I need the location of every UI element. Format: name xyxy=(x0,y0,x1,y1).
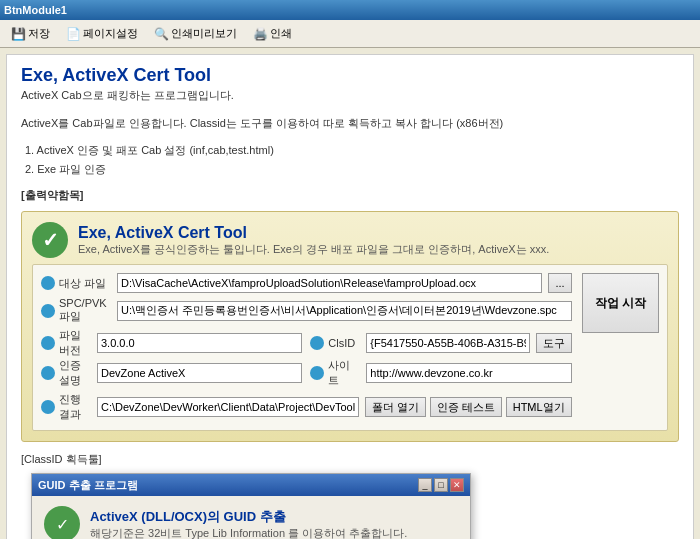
spc-pvk-row: SPC/PVK 파일 xyxy=(41,297,572,324)
dialog-title-text: GUID 추출 프로그램 xyxy=(38,478,138,493)
dialog-box: GUID 추출 프로그램 _ □ ✕ ✓ ActiveX (DLL/OCX)의 … xyxy=(31,473,471,539)
dialog-minimize-button[interactable]: _ xyxy=(418,478,432,492)
save-label: 저장 xyxy=(28,26,50,41)
title-bar: BtnModule1 xyxy=(0,0,700,20)
dialog-title-controls: _ □ ✕ xyxy=(418,478,464,492)
classid-section-label: [ClassID 획득툴] xyxy=(21,452,679,467)
step2: 2. Exe 파일 인증 xyxy=(25,160,679,180)
tool-panel-title: Exe, ActiveX Cert Tool xyxy=(78,224,549,242)
result-row: 진행결과 폴더 열기 인증 테스트 HTML열기 xyxy=(41,392,572,422)
clsid-icon xyxy=(310,336,324,350)
tool-panel-icon: ✓ xyxy=(32,222,68,258)
main-content: Exe, ActiveX Cert Tool ActiveX Cab으로 패킹하… xyxy=(6,54,694,539)
preview-icon: 🔍 xyxy=(154,27,168,41)
spc-pvk-input[interactable] xyxy=(117,301,572,321)
preview-label: 인쇄미리보기 xyxy=(171,26,237,41)
dialog-header-title: ActiveX (DLL/OCX)의 GUID 추출 xyxy=(90,508,407,526)
print-label: 인쇄 xyxy=(270,26,292,41)
target-file-browse-button[interactable]: ... xyxy=(548,273,571,293)
file-version-col: 파일 버전 xyxy=(41,328,302,358)
page-settings-button[interactable]: 📄 페이지설정 xyxy=(59,23,145,45)
dialog-header: ✓ ActiveX (DLL/OCX)의 GUID 추출 해당기준은 32비트 … xyxy=(44,506,458,539)
target-file-icon xyxy=(41,276,55,290)
target-file-input[interactable] xyxy=(117,273,542,293)
result-icon xyxy=(41,400,55,414)
start-button[interactable]: 작업 시작 xyxy=(582,273,659,333)
title-bar-text: BtnModule1 xyxy=(4,4,67,16)
main-form-fields: 대상 파일 ... SPC/PVK 파일 xyxy=(41,273,572,422)
dialog-content: ✓ ActiveX (DLL/OCX)의 GUID 추출 해당기준은 32비트 … xyxy=(32,496,470,539)
tool-panel: ✓ Exe, ActiveX Cert Tool Exe, ActiveX를 공… xyxy=(21,211,679,442)
dialog-title-bar: GUID 추출 프로그램 _ □ ✕ xyxy=(32,474,470,496)
description: ActiveX를 Cab파일로 인용합니다. Classid는 도구를 이용하여… xyxy=(21,115,679,133)
dialog-maximize-button[interactable]: □ xyxy=(434,478,448,492)
file-version-label: 파일 버전 xyxy=(41,328,91,358)
cert-test-button[interactable]: 인증 테스트 xyxy=(430,397,502,417)
site-icon xyxy=(310,366,324,380)
step1: 1. ActiveX 인증 및 패포 Cab 설정 (inf,cab,test.… xyxy=(25,141,679,161)
result-buttons: 폴더 열기 인증 테스트 HTML열기 xyxy=(365,397,572,417)
toolbar: 💾 저장 📄 페이지설정 🔍 인쇄미리보기 🖨️ 인쇄 xyxy=(0,20,700,48)
target-file-label: 대상 파일 xyxy=(41,276,111,291)
result-input[interactable] xyxy=(97,397,359,417)
company-label: 인증 설명 xyxy=(41,358,91,388)
target-file-row: 대상 파일 ... xyxy=(41,273,572,293)
company-col: 인증 설명 xyxy=(41,358,302,388)
page-settings-icon: 📄 xyxy=(66,27,80,41)
company-icon xyxy=(41,366,55,380)
form-container: 대상 파일 ... SPC/PVK 파일 xyxy=(32,264,668,431)
preview-button[interactable]: 🔍 인쇄미리보기 xyxy=(147,23,244,45)
file-version-icon xyxy=(41,336,55,350)
dialog-header-desc: 해당기준은 32비트 Type Lib Information 를 이용하여 추… xyxy=(90,526,407,539)
dialog-header-icon: ✓ xyxy=(44,506,80,539)
save-icon: 💾 xyxy=(11,27,25,41)
save-button[interactable]: 💾 저장 xyxy=(4,23,57,45)
page-settings-label: 페이지설정 xyxy=(83,26,138,41)
tool-panel-desc: Exe, ActiveX를 공식인증하는 툴입니다. Exe의 경우 배포 파일… xyxy=(78,242,549,257)
company-input[interactable] xyxy=(97,363,302,383)
tool-panel-title-group: Exe, ActiveX Cert Tool Exe, ActiveX를 공식인… xyxy=(78,224,549,257)
print-icon: 🖨️ xyxy=(253,27,267,41)
dialog-close-button[interactable]: ✕ xyxy=(450,478,464,492)
dialog-header-text: ActiveX (DLL/OCX)의 GUID 추출 해당기준은 32비트 Ty… xyxy=(90,508,407,539)
file-version-input[interactable] xyxy=(97,333,302,353)
spc-pvk-icon xyxy=(41,304,55,318)
outputs-label: [출력약함목] xyxy=(21,188,679,203)
site-input[interactable] xyxy=(366,363,571,383)
clsid-label: ClsID xyxy=(310,336,360,350)
clsid-input[interactable] xyxy=(366,333,529,353)
result-label: 진행결과 xyxy=(41,392,91,422)
page-subtitle: ActiveX Cab으로 패킹하는 프로그램입니다. xyxy=(21,88,679,103)
version-clsid-row: 파일 버전 ClsID 도구 xyxy=(41,328,572,358)
site-label: 사이트 xyxy=(310,358,360,388)
page-title: Exe, ActiveX Cert Tool xyxy=(21,65,679,86)
folder-open-button[interactable]: 폴더 열기 xyxy=(365,397,426,417)
clsid-col: ClsID 도구 xyxy=(310,328,571,358)
main-form-row: 대상 파일 ... SPC/PVK 파일 xyxy=(41,273,659,422)
site-col: 사이트 xyxy=(310,358,571,388)
spc-pvk-label: SPC/PVK 파일 xyxy=(41,297,111,324)
html-open-button[interactable]: HTML열기 xyxy=(506,397,572,417)
print-button[interactable]: 🖨️ 인쇄 xyxy=(246,23,299,45)
company-site-row: 인증 설명 사이트 xyxy=(41,358,572,388)
dialog-overlay: GUID 추출 프로그램 _ □ ✕ ✓ ActiveX (DLL/OCX)의 … xyxy=(21,473,679,539)
tool-button[interactable]: 도구 xyxy=(536,333,572,353)
tool-panel-header: ✓ Exe, ActiveX Cert Tool Exe, ActiveX를 공… xyxy=(32,222,668,258)
step-list: 1. ActiveX 인증 및 패포 Cab 설정 (inf,cab,test.… xyxy=(25,141,679,181)
